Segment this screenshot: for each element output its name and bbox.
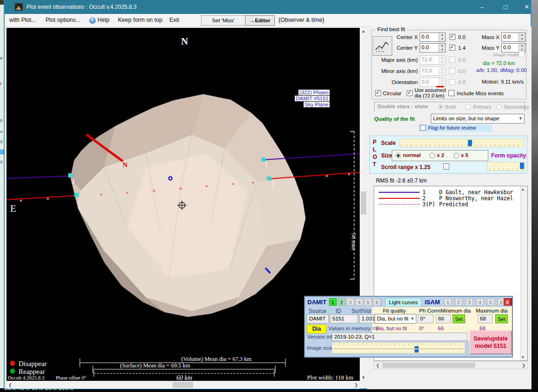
use-assumed-checkbox[interactable] [407,90,413,96]
min-dia-field[interactable]: 66 [436,314,451,323]
ab-dmag-readout: a/b: 1.00, dMag: 0.00 [476,67,527,73]
scroll-range-checkbox[interactable] [443,163,449,170]
isam-model-1-button[interactable]: 1 [444,298,452,306]
menu-plot-options[interactable]: Plot options... [45,17,81,23]
quality-label: Quality of the fit [374,116,415,122]
svg-text:2: 2 [271,180,274,187]
observer-list-scrollbar[interactable]: ▲ ▼ [520,186,527,360]
menu-exit[interactable]: Exit [169,17,179,23]
menu-keep-on-top[interactable]: Keep form on top [118,17,162,23]
reappear-dot-icon [10,369,15,374]
size-x5-radio[interactable] [454,153,459,158]
motion-readout: Motion: 9.11 km/s [482,79,524,85]
orientation-checkbox[interactable] [449,79,455,85]
damit-panel: DAMIT 1 2 3 4 5 6 Light curves ISAM 1 2 … [304,296,513,358]
include-miss-checkbox[interactable] [448,90,454,96]
minimize-button[interactable]: – [474,0,490,14]
damit-model-3-button[interactable]: 3 [347,298,354,306]
disappear-dot-icon [10,361,15,366]
svg-text:1: 1 [265,161,268,168]
both-radio[interactable] [438,104,443,110]
isam-model-4-button[interactable]: 4 [476,298,484,306]
scroll-range-label: Scroll range x 1.25 [381,164,430,170]
damit-model-2-button[interactable]: 2 [338,298,345,306]
set-miss-times-button[interactable]: Set 'Miss' Times [201,15,246,26]
size-x2-radio[interactable] [429,153,435,158]
minor-axis-checkbox[interactable] [449,68,455,74]
form-opacity-slider[interactable] [487,162,525,171]
circular-checkbox[interactable] [375,90,381,96]
max-dia-field[interactable]: 68 [478,314,493,323]
app-icon [15,3,23,11]
source-field[interactable]: DAMIT [307,314,329,323]
scroll-down-icon: ▼ [360,375,367,380]
mas-scale-label: 50 mas [350,233,357,250]
damit-model-1-button[interactable]: 1 [329,298,337,306]
damit-model-4-button[interactable]: 4 [356,298,363,306]
title-bar[interactable]: Plot event observations : Occult v.4.202… [5,0,531,14]
form-opacity-label: Form opacity [491,152,526,159]
desktop-wallpaper [532,0,538,392]
size-x5-label: x 5 [461,152,468,158]
set-max-button[interactable]: Set [495,314,508,323]
dia-button[interactable]: Dia [307,325,326,333]
scroll-left-icon: ❮ [8,383,12,387]
major-axis-label: Major axis (km) [380,57,418,63]
major-axis-spinner[interactable]: 72.0▲▼ [420,55,446,65]
ph-corrn-field[interactable]: 0° [418,314,434,323]
north-label: N [181,36,188,47]
orientation-spinner[interactable]: 0.0▲▼ [420,78,446,87]
center-y-spinner[interactable]: 0.0▲▼ [420,43,446,52]
save-update-button[interactable]: Save/update model 5151 [469,330,512,354]
id-field[interactable]: 5151 [330,314,358,323]
menu-help[interactable]: Help [97,17,110,23]
light-curves-button[interactable]: Light curves [385,298,422,307]
circular-label: Circular [383,91,402,96]
maximize-button[interactable]: □ [498,0,513,14]
isam-model-2-button[interactable]: 2 [455,298,462,306]
scroll-right-icon: ❯ [522,363,525,368]
center-x-spinner[interactable]: 0.0▲▼ [420,33,446,42]
size-normal-radio[interactable] [395,153,401,158]
damit-model-6-button[interactable]: 6 [373,298,381,306]
isam-model-3-button[interactable]: 3 [466,298,473,306]
damit-model-5-button[interactable]: 5 [364,298,372,306]
quality-select[interactable]: Limits on size, but no shape▼ [431,114,525,124]
mass-x-spinner[interactable]: 0.0▲▼ [501,33,525,42]
editor-button[interactable]: →Editor [245,15,275,26]
fit-quality-select[interactable]: Dia, but no fit▼ [375,314,416,324]
plot-horizontal-scrollbar[interactable]: ❮ ❯ [6,381,360,389]
chord3-line-sample [379,204,420,205]
volume-mean-dia: (Volume) Mean dia = 67.3 km [181,356,252,362]
damit-close-button[interactable]: X [504,298,511,306]
isam-model-5-button[interactable]: 5 [487,298,494,306]
fit-chart-icon [373,37,391,54]
set-min-button[interactable]: Set [453,314,465,323]
flag-review-checkbox[interactable] [420,125,426,131]
fit-y-checkbox[interactable] [449,45,455,51]
run-fit-button[interactable] [373,36,392,56]
orientation-label: Orientation [380,79,418,85]
plot-width-label: Plot width: 118 km [307,374,353,381]
observer-list-hscrollbar[interactable]: ❮ ❯ [374,361,528,369]
use-assumed-label-2: dia (72.0 km) [415,93,444,98]
target-name: (322) Phaeo [298,90,330,95]
primary-radio[interactable] [466,104,471,110]
size-x2-label: x 2 [437,152,444,158]
version-info-field[interactable]: 2019-10-23, Q=1 [332,333,467,341]
menu-with-plot[interactable]: with Plot... [9,17,36,23]
mass-x-label: Mass X [478,34,499,40]
minor-axis-spinner[interactable]: 72.0▲▼ [420,66,446,76]
shape-model-checkbox[interactable] [519,51,525,57]
fit-x-checkbox[interactable] [449,34,455,40]
scale-slider[interactable] [400,139,524,147]
image-scale-slider[interactable] [332,342,465,353]
close-button[interactable]: × [519,0,535,14]
km-scale-label: 60 km [176,374,192,381]
major-axis-checkbox[interactable] [449,57,455,63]
shape-model-label: Shape model [493,52,519,57]
secondary-label: Secondary [504,104,529,110]
center-y-label: Center Y [390,45,418,51]
target-plane: Sky Plane [304,102,330,107]
secondary-radio[interactable] [496,104,502,110]
